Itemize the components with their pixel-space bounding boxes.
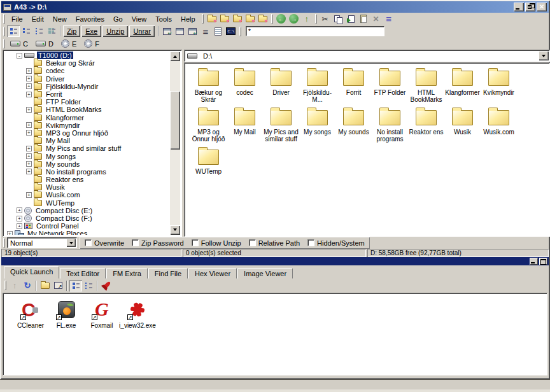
dock-minimize-button[interactable] bbox=[530, 258, 538, 265]
close-button[interactable]: ✕ bbox=[537, 3, 547, 11]
up-disabled-button[interactable]: ↑ bbox=[8, 280, 21, 291]
tree-item[interactable]: +MP3 og Önnur hljóð bbox=[4, 129, 170, 137]
tab-find-file[interactable]: Find File bbox=[148, 268, 188, 279]
small-icons-button[interactable] bbox=[20, 25, 32, 37]
checkbox-box[interactable] bbox=[249, 239, 256, 246]
expand-icon[interactable]: + bbox=[26, 107, 32, 113]
tree-item[interactable]: +Compact Disc (E:) bbox=[4, 207, 170, 214]
scroll-up-button[interactable] bbox=[170, 52, 180, 61]
folder-item[interactable]: My sounds bbox=[335, 107, 372, 143]
tree-scrollbar[interactable] bbox=[170, 52, 180, 235]
list-view-button[interactable] bbox=[32, 25, 45, 37]
folder-item[interactable]: MP3 og Önnur hljóð bbox=[190, 107, 227, 143]
expand-icon[interactable]: + bbox=[26, 169, 32, 174]
properties-list-button[interactable] bbox=[383, 13, 395, 25]
checkbox-zip-password[interactable]: Zip Password bbox=[132, 239, 184, 247]
scroll-down-button[interactable] bbox=[170, 225, 180, 235]
expand-icon[interactable]: + bbox=[26, 130, 32, 136]
window-view-button[interactable] bbox=[174, 25, 187, 37]
tab-text-editor[interactable]: Text Editor bbox=[60, 268, 106, 279]
tree-item[interactable]: WUTemp bbox=[4, 199, 170, 207]
expand-icon[interactable]: + bbox=[26, 192, 32, 198]
path-combobox[interactable]: D:\ bbox=[184, 50, 550, 62]
tab-hex-viewer[interactable]: Hex Viewer bbox=[188, 268, 237, 279]
toolbar-grip[interactable] bbox=[239, 27, 241, 36]
folder-item[interactable]: My Mail bbox=[227, 107, 263, 143]
favorite-folder-2-button[interactable]: ♥ bbox=[218, 13, 231, 25]
expand-icon[interactable]: + bbox=[26, 76, 32, 81]
toolbar-grip[interactable] bbox=[4, 281, 6, 290]
quick-launch-item[interactable]: ↗CCleaner bbox=[13, 299, 48, 329]
folder-item[interactable]: codec bbox=[227, 67, 263, 103]
checkbox-box[interactable] bbox=[307, 239, 314, 246]
drive-e-button[interactable]: E bbox=[58, 38, 80, 49]
extract-window-button[interactable] bbox=[161, 25, 174, 37]
copy-button[interactable] bbox=[332, 13, 344, 25]
list-view-toggle-button[interactable] bbox=[82, 280, 95, 291]
folder-item[interactable]: Driver bbox=[263, 67, 299, 103]
unrar-button[interactable]: Unrar bbox=[129, 25, 155, 37]
folder-item[interactable]: Reaktor ens bbox=[408, 107, 444, 143]
restore-button[interactable] bbox=[525, 3, 535, 11]
notepad-button[interactable] bbox=[212, 25, 225, 37]
drive-f-button[interactable]: F bbox=[81, 38, 102, 49]
tree-item[interactable]: +Forrit bbox=[4, 90, 170, 98]
quick-launch-item[interactable]: ↗i_view32.exe bbox=[120, 299, 155, 329]
folder-item[interactable]: My Pics and similar stuff bbox=[263, 107, 299, 143]
refresh-button[interactable]: ↻ bbox=[21, 280, 34, 291]
mode-dropdown-button[interactable] bbox=[66, 239, 76, 247]
add-window-button[interactable] bbox=[187, 25, 199, 37]
checkbox-hidden-system[interactable]: Hidden/System bbox=[307, 239, 365, 247]
folder-item[interactable]: No install programs bbox=[372, 107, 408, 143]
expand-icon[interactable]: + bbox=[26, 153, 32, 159]
folder-item[interactable]: Kvikmyndir bbox=[481, 67, 517, 103]
large-icons-button[interactable] bbox=[7, 25, 20, 37]
favorite-folder-4-button[interactable]: ♥ bbox=[244, 13, 257, 25]
expand-icon[interactable]: + bbox=[17, 223, 22, 229]
tree-item[interactable]: +Kvikmyndir bbox=[4, 122, 170, 129]
up-button[interactable]: ↑ bbox=[300, 13, 313, 25]
tree-item[interactable]: Bækur og Skrár bbox=[4, 59, 170, 67]
toolbar-grip[interactable] bbox=[202, 14, 204, 24]
checkbox-box[interactable] bbox=[192, 239, 199, 246]
paste-button[interactable] bbox=[357, 13, 370, 25]
tree-item[interactable]: +My Pics and similar stuff bbox=[4, 144, 170, 152]
tree-item[interactable]: FTP Folder bbox=[4, 98, 170, 106]
toolbar-grip[interactable] bbox=[3, 238, 5, 248]
filter-input[interactable] bbox=[246, 26, 384, 36]
tab-fm-extra[interactable]: FM Extra bbox=[106, 268, 148, 279]
folder-item[interactable]: Bækur og Skrár bbox=[190, 67, 227, 103]
open-folder-button[interactable] bbox=[39, 280, 52, 291]
favorite-folder-5-button[interactable]: ♥ bbox=[257, 13, 269, 25]
command-prompt-button[interactable]: C:\ bbox=[225, 25, 237, 37]
toolbar-grip[interactable] bbox=[3, 39, 5, 48]
minimize-button[interactable] bbox=[514, 3, 524, 11]
favorite-folder-1-button[interactable]: ♥ bbox=[206, 13, 218, 25]
folder-item[interactable]: Wusik bbox=[444, 107, 481, 143]
folder-item[interactable]: Klangformer bbox=[444, 67, 481, 103]
tree-item[interactable]: +codec bbox=[4, 67, 170, 74]
folder-item[interactable]: Fjölskildu-M... bbox=[299, 67, 335, 103]
menu-help[interactable]: Help bbox=[176, 14, 200, 24]
zip-button[interactable]: Zip bbox=[63, 25, 80, 37]
shortcut-mini-button[interactable] bbox=[52, 280, 64, 291]
tree-item[interactable]: +Control Panel bbox=[4, 222, 170, 230]
expand-icon[interactable]: + bbox=[17, 207, 22, 213]
folder-item[interactable]: WUTemp bbox=[190, 146, 227, 175]
toolbar-grip[interactable] bbox=[3, 27, 5, 36]
back-button[interactable]: ← bbox=[275, 13, 288, 25]
expand-icon[interactable]: + bbox=[26, 161, 32, 167]
expand-icon[interactable]: + bbox=[26, 68, 32, 74]
folder-item[interactable]: Forrit bbox=[335, 67, 372, 103]
folder-item[interactable]: FTP Folder bbox=[372, 67, 408, 103]
quick-launch-item[interactable]: ↗Foxmail bbox=[84, 299, 120, 329]
toolbar-grip[interactable] bbox=[315, 14, 317, 24]
tree-item[interactable]: +Fjölskildu-Myndir bbox=[4, 83, 170, 90]
expand-icon[interactable]: + bbox=[26, 146, 32, 151]
menu-file[interactable]: File bbox=[7, 14, 27, 24]
tree-item[interactable]: +Wusik.com bbox=[4, 191, 170, 199]
lines-button[interactable] bbox=[199, 25, 212, 37]
tree-item[interactable]: Reaktor ens bbox=[4, 176, 170, 183]
dock-maximize-button[interactable] bbox=[539, 258, 547, 265]
menu-new[interactable]: New bbox=[48, 14, 71, 24]
